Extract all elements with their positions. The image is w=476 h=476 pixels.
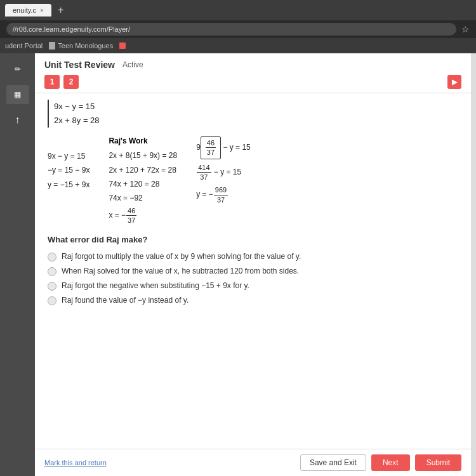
arrow-right-icon: ▶ — [452, 77, 458, 86]
address-bar: //r08.core.learn.edgenuity.com/Player/ ☆ — [0, 20, 476, 38]
system-equations: 9x − y = 15 2x + 8y = 28 — [48, 100, 458, 128]
equation-1: 9x − y = 15 — [54, 100, 458, 114]
answer-text-a: Raj forgot to multiply the value of x by… — [62, 252, 301, 261]
page-title: Unit Test Review — [44, 60, 115, 70]
work-right-line2: 414 37 − y = 15 — [196, 163, 251, 182]
answer-option-b[interactable]: When Raj solved for the value of x, he s… — [48, 267, 458, 276]
left-sidebar: ✏ ▦ ↑ — [0, 53, 35, 476]
option-circle-a — [48, 253, 56, 261]
work-left-column: 9x − y = 15 −y = 15 − 9x y = −15 + 9x — [48, 136, 89, 225]
student-portal-label: udent Portal — [5, 42, 43, 50]
header-top-row: Unit Test Review Active — [44, 60, 461, 70]
option-circle-d — [48, 296, 56, 305]
question-area: Unit Test Review Active 1 2 ▶ 9x − y = 1… — [35, 53, 471, 476]
answer-text-d: Raj found the value of −y instead of y. — [62, 296, 188, 305]
work-right-line3: y = − 969 37 — [196, 185, 251, 204]
question-body: 9x − y = 15 2x + 8y = 28 9x − y = 15 −y … — [35, 93, 471, 449]
work-center-line3: 74x + 120 = 28 — [109, 178, 177, 190]
fraction-414-37: 414 37 — [197, 163, 211, 182]
tab-close-icon[interactable]: × — [40, 7, 44, 14]
arrow-up-icon: ↑ — [15, 114, 20, 126]
bookmark-square[interactable] — [119, 43, 126, 49]
active-status: Active — [122, 60, 143, 69]
tab-title: enuity.c — [13, 6, 36, 14]
work-left-line4: y = −15 + 9x — [48, 178, 89, 191]
fraction-x: 4637 — [126, 206, 136, 225]
work-center-line4: 74x = −92 — [109, 192, 177, 204]
question-nav-row: 1 2 ▶ — [44, 75, 461, 89]
main-content: ✏ ▦ ↑ Unit Test Review Active 1 2 ▶ — [0, 53, 476, 476]
bookmarks-bar: udent Portal Teen Monologues — [0, 38, 476, 53]
answer-text-c: Raj forgot the negative when substitutin… — [62, 281, 249, 290]
work-right-column: 9 46 37 − y = 15 414 37 − y = 15 — [196, 136, 251, 225]
pencil-tool-button[interactable]: ✏ — [6, 60, 29, 79]
pencil-icon: ✏ — [15, 65, 21, 74]
work-left-line3: −y = 15 − 9x — [48, 164, 89, 176]
bookmark-teen-monologues[interactable]: Teen Monologues — [49, 42, 113, 50]
work-title: Raj's Work — [109, 136, 177, 145]
right-scrollbar — [471, 53, 476, 476]
work-left-line2: 9x − y = 15 — [48, 150, 89, 162]
error-question-text: What error did Raj make? — [48, 235, 458, 244]
answer-option-a[interactable]: Raj forgot to multiply the value of x by… — [48, 252, 458, 261]
square-icon — [119, 43, 126, 49]
calculator-button[interactable]: ▦ — [6, 85, 29, 104]
mark-return-link[interactable]: Mark this and return — [44, 459, 107, 466]
equation-2: 2x + 8y = 28 — [54, 114, 458, 128]
calc-icon: ▦ — [14, 90, 21, 99]
answer-choices: Raj forgot to multiply the value of x by… — [48, 252, 458, 305]
question-1-button[interactable]: 1 — [44, 75, 60, 89]
work-center-line2: 2x + 120 + 72x = 28 — [109, 164, 177, 176]
active-tab[interactable]: enuity.c × — [5, 4, 51, 17]
answer-text-b: When Raj solved for the value of x, he s… — [62, 267, 299, 275]
doc-icon — [49, 42, 55, 50]
work-center-line5: x = −4637 — [109, 206, 177, 225]
fraction-box-46-37: 46 37 — [201, 136, 221, 159]
question-header: Unit Test Review Active 1 2 ▶ — [35, 53, 471, 93]
fraction-969-37: 969 37 — [214, 185, 228, 204]
question-nav: 1 2 — [44, 75, 79, 89]
bookmark-star-icon[interactable]: ☆ — [461, 24, 470, 34]
option-circle-b — [48, 267, 56, 276]
action-buttons-group: Save and Exit Next Submit — [300, 454, 461, 471]
bookmark-student-portal[interactable]: udent Portal — [5, 42, 43, 50]
work-left-line1 — [48, 136, 89, 149]
next-button[interactable]: Next — [371, 454, 410, 471]
url-field[interactable]: //r08.core.learn.edgenuity.com/Player/ — [6, 23, 456, 36]
option-circle-c — [48, 282, 56, 291]
teen-monologues-label: Teen Monologues — [58, 42, 113, 50]
bottom-action-bar: Mark this and return Save and Exit Next … — [35, 449, 471, 476]
answer-option-d[interactable]: Raj found the value of −y instead of y. — [48, 296, 458, 305]
question-2-button[interactable]: 2 — [63, 75, 79, 89]
browser-tab-bar: enuity.c × + — [0, 0, 476, 20]
work-center-column: Raj's Work 2x + 8(15 + 9x) = 28 2x + 120… — [109, 136, 177, 225]
work-center-line1: 2x + 8(15 + 9x) = 28 — [109, 149, 177, 162]
next-arrow-button[interactable]: ▶ — [447, 75, 461, 89]
save-exit-button[interactable]: Save and Exit — [300, 454, 366, 471]
new-tab-button[interactable]: + — [55, 4, 66, 16]
work-right-line1: 9 46 37 − y = 15 — [196, 136, 251, 159]
scroll-up-button[interactable]: ↑ — [6, 110, 29, 129]
submit-button[interactable]: Submit — [415, 454, 461, 471]
rajs-work-section: 9x − y = 15 −y = 15 − 9x y = −15 + 9x Ra… — [48, 136, 458, 225]
answer-option-c[interactable]: Raj forgot the negative when substitutin… — [48, 281, 458, 291]
